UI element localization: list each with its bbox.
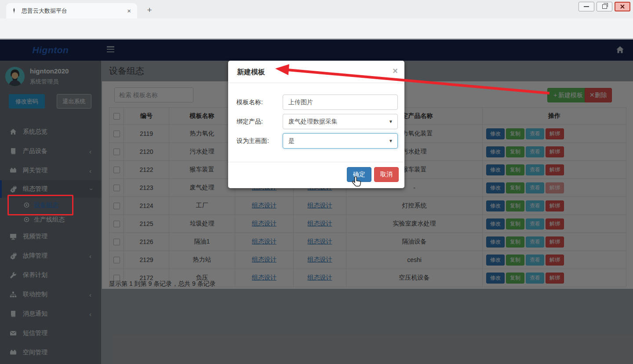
browser-toolbar: 不安全 | iot.idosp.net/admin/index.html?lan… [0,18,633,39]
modal-footer: 确定 取消 [228,162,404,189]
template-name-input[interactable] [283,95,398,110]
close-window-button[interactable] [615,2,630,11]
bind-product-select[interactable]: 废气处理数据采集 ▼ [283,114,398,129]
template-name-label: 模板名称: [236,95,263,110]
new-template-modal: 新建模板 × 模板名称: 绑定产品: 废气处理数据采集 ▼ 设为主画面: 是 ▼… [228,61,404,188]
tab-title: 思普云大数据平台 [22,7,125,15]
modal-close-icon[interactable]: × [393,66,398,76]
modal-title: 新建模板 [237,68,265,77]
bind-product-row: 绑定产品: 废气处理数据采集 ▼ [228,114,404,129]
template-name-row: 模板名称: [228,95,404,110]
screen: 思普云大数据平台 × + 不安全 | iot.idosp.net/a [0,0,633,364]
favicon-icon [11,7,18,15]
restore-button[interactable] [597,2,612,11]
window-controls [578,2,630,11]
chevron-down-icon: ▼ [389,134,393,148]
browser-tab[interactable]: 思普云大数据平台 × [6,3,137,18]
modal-header: 新建模板 × [228,61,404,83]
main-screen-row: 设为主画面: 是 ▼ [228,133,404,149]
cancel-button[interactable]: 取消 [374,167,399,182]
bind-product-label: 绑定产品: [236,114,263,129]
new-tab-button[interactable]: + [144,4,155,16]
browser-titlebar: 思普云大数据平台 × + [0,0,633,18]
minimize-button[interactable] [578,2,594,11]
chevron-down-icon: ▼ [389,114,393,129]
annotation-rectangle [7,195,73,215]
confirm-button[interactable]: 确定 [347,167,371,182]
main-screen-select[interactable]: 是 ▼ [283,133,398,149]
tab-close-icon[interactable]: × [125,7,133,15]
main-screen-label: 设为主画面: [236,133,269,149]
